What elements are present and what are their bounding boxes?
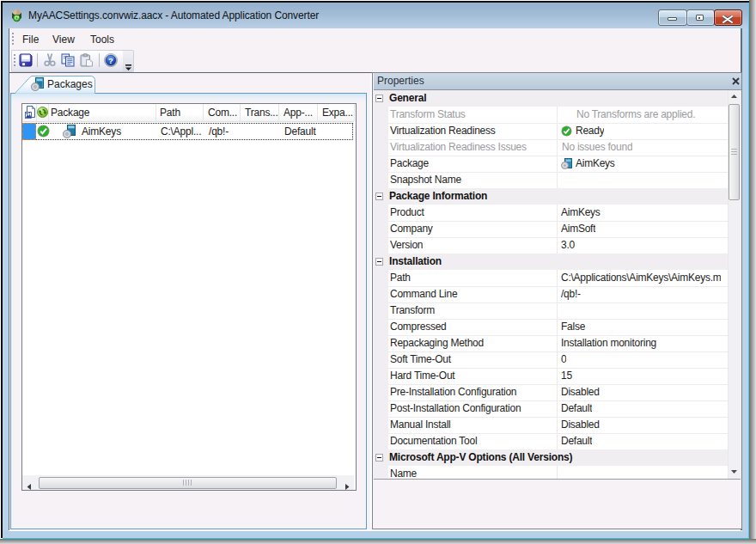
- svg-text:?: ?: [108, 56, 113, 65]
